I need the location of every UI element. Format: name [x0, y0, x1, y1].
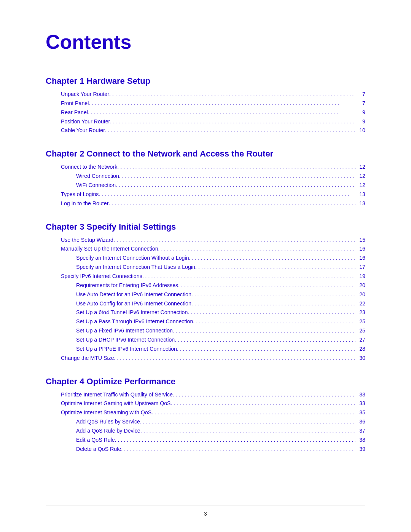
toc-entry-title: Prioritize Internet Traffic with Quality… — [61, 390, 173, 399]
toc-entry-row[interactable]: Front Panel . . . . . . . . . . . . . . … — [46, 99, 365, 108]
toc-entry-row[interactable]: Use Auto Config for an IPv6 Internet Con… — [46, 299, 365, 308]
toc-entry-row[interactable]: Set Up a PPPoE IPv6 Internet Connection … — [46, 345, 365, 354]
toc-entry-title: Edit a QoS Rule — [76, 436, 115, 445]
toc-entry-row[interactable]: Connect to the Network . . . . . . . . .… — [46, 163, 365, 172]
toc-entry-row[interactable]: Use Auto Detect for an IPv6 Internet Con… — [46, 290, 365, 299]
toc-entry-title: WiFi Connection — [76, 181, 116, 190]
toc-entry-title: Set Up a 6to4 Tunnel IPv6 Internet Conne… — [76, 308, 188, 317]
toc-entry-page: 23 — [355, 308, 365, 317]
toc-entry-dots: . . . . . . . . . . . . . . . . . . . . … — [158, 244, 355, 254]
toc-entry-page: 37 — [355, 427, 365, 436]
toc-entry-title: Optimize Internet Gaming with Upstream Q… — [61, 399, 171, 408]
toc-entry-dots: . . . . . . . . . . . . . . . . . . . . … — [108, 199, 355, 208]
toc-entry-page: 12 — [355, 181, 365, 190]
toc-entry-dots: . . . . . . . . . . . . . . . . . . . . … — [115, 436, 355, 445]
toc-entry-dots: . . . . . . . . . . . . . . . . . . . . … — [191, 299, 355, 308]
toc-entry-row[interactable]: WiFi Connection . . . . . . . . . . . . … — [46, 181, 365, 190]
toc-entry-title: Optimize Internet Streaming with QoS — [61, 408, 151, 417]
toc-entry-row[interactable]: Set Up a DHCP IPv6 Internet Connection .… — [46, 335, 365, 345]
toc-entry-row[interactable]: Specify an Internet Connection That Uses… — [46, 263, 365, 272]
footer-divider — [46, 505, 365, 505]
toc-entry-title: Specify IPv6 Internet Connections — [61, 272, 142, 281]
toc-entry-row[interactable]: Delete a QoS Rule . . . . . . . . . . . … — [46, 445, 365, 454]
chapter-entries-1: Unpack Your Router . . . . . . . . . . .… — [46, 90, 365, 135]
toc-entry-page: 33 — [355, 399, 365, 408]
toc-entry-row[interactable]: Rear Panel . . . . . . . . . . . . . . .… — [46, 108, 365, 117]
chapter-section-2: Chapter 2 Connect to the Network and Acc… — [46, 149, 365, 208]
toc-entry-row[interactable]: Log In to the Router . . . . . . . . . .… — [46, 199, 365, 208]
chapter-section-3: Chapter 3 Specify Initial SettingsUse th… — [46, 222, 365, 363]
toc-entry-row[interactable]: Change the MTU Size . . . . . . . . . . … — [46, 354, 365, 363]
toc-entry-page: 9 — [355, 117, 365, 126]
toc-entry-dots: . . . . . . . . . . . . . . . . . . . . … — [114, 354, 355, 363]
toc-entry-page: 25 — [355, 317, 365, 326]
page-container: Contents Chapter 1 Hardware SetupUnpack … — [0, 0, 411, 532]
toc-entry-row[interactable]: Use the Setup Wizard . . . . . . . . . .… — [46, 236, 365, 245]
toc-entry-row[interactable]: Unpack Your Router . . . . . . . . . . .… — [46, 90, 365, 99]
toc-entry-page: 15 — [355, 236, 365, 245]
toc-entry-dots: . . . . . . . . . . . . . . . . . . . . … — [88, 108, 355, 117]
toc-entry-title: Set Up a DHCP IPv6 Internet Connection — [76, 335, 175, 345]
toc-entry-page: 20 — [355, 281, 365, 290]
toc-entry-dots: . . . . . . . . . . . . . . . . . . . . … — [173, 326, 355, 335]
toc-entry-page: 16 — [355, 244, 365, 254]
toc-entry-page: 38 — [355, 436, 365, 445]
toc-entry-row[interactable]: Set Up a Pass Through IPv6 Internet Conn… — [46, 317, 365, 326]
toc-entry-title: Set Up a PPPoE IPv6 Internet Connection — [76, 345, 177, 354]
toc-entry-page: 33 — [355, 390, 365, 399]
toc-entry-row[interactable]: Cable Your Router . . . . . . . . . . . … — [46, 126, 365, 135]
toc-entry-row[interactable]: Manually Set Up the Internet Connection … — [46, 244, 365, 254]
toc-entry-dots: . . . . . . . . . . . . . . . . . . . . … — [173, 390, 355, 399]
toc-entry-title: Cable Your Router — [61, 126, 105, 135]
toc-entry-title: Change the MTU Size — [61, 354, 114, 363]
toc-entry-dots: . . . . . . . . . . . . . . . . . . . . … — [140, 417, 355, 427]
toc-entry-dots: . . . . . . . . . . . . . . . . . . . . … — [105, 126, 355, 135]
toc-entry-row[interactable]: Edit a QoS Rule . . . . . . . . . . . . … — [46, 436, 365, 445]
toc-entry-title: Add a QoS Rule by Device — [76, 427, 140, 436]
toc-entry-dots: . . . . . . . . . . . . . . . . . . . . … — [117, 163, 355, 172]
footer-page-number: 3 — [0, 511, 411, 517]
toc-entry-dots: . . . . . . . . . . . . . . . . . . . . … — [171, 399, 355, 408]
toc-entry-page: 30 — [355, 354, 365, 363]
toc-entry-page: 19 — [355, 272, 365, 281]
toc-entry-page: 39 — [355, 445, 365, 454]
toc-entry-page: 9 — [355, 108, 365, 117]
toc-entry-page: 7 — [355, 90, 365, 99]
toc-entry-row[interactable]: Set Up a 6to4 Tunnel IPv6 Internet Conne… — [46, 308, 365, 317]
toc-entry-row[interactable]: Optimize Internet Streaming with QoS . .… — [46, 408, 365, 417]
toc-entry-page: 36 — [355, 417, 365, 427]
toc-entry-row[interactable]: Specify IPv6 Internet Connections . . . … — [46, 272, 365, 281]
chapter-heading-4: Chapter 4 Optimize Performance — [46, 377, 365, 387]
toc-entry-row[interactable]: Add QoS Rules by Service . . . . . . . .… — [46, 417, 365, 427]
toc-entry-title: Wired Connection — [76, 172, 119, 181]
toc-entry-dots: . . . . . . . . . . . . . . . . . . . . … — [142, 272, 355, 281]
chapter-heading-1: Chapter 1 Hardware Setup — [46, 76, 365, 86]
toc-entry-dots: . . . . . . . . . . . . . . . . . . . . … — [193, 317, 355, 326]
toc-entry-dots: . . . . . . . . . . . . . . . . . . . . … — [109, 90, 355, 99]
toc-entry-row[interactable]: Add a QoS Rule by Device . . . . . . . .… — [46, 427, 365, 436]
toc-entry-row[interactable]: Requirements for Entering IPv6 Addresses… — [46, 281, 365, 290]
toc-entry-row[interactable]: Optimize Internet Gaming with Upstream Q… — [46, 399, 365, 408]
toc-entry-title: Position Your Router — [61, 117, 110, 126]
chapter-heading-3: Chapter 3 Specify Initial Settings — [46, 222, 365, 232]
page-title: Contents — [46, 30, 365, 53]
toc-entry-page: 10 — [355, 126, 365, 135]
toc-entry-row[interactable]: Specify an Internet Connection Without a… — [46, 254, 365, 263]
toc-entry-title: Delete a QoS Rule — [76, 445, 121, 454]
toc-entry-title: Set Up a Pass Through IPv6 Internet Conn… — [76, 317, 193, 326]
toc-entry-row[interactable]: Set Up a Fixed IPv6 Internet Connection … — [46, 326, 365, 335]
chapter-section-4: Chapter 4 Optimize PerformancePrioritize… — [46, 377, 365, 454]
chapter-entries-2: Connect to the Network . . . . . . . . .… — [46, 163, 365, 208]
toc-entry-row[interactable]: Prioritize Internet Traffic with Quality… — [46, 390, 365, 399]
toc-entry-dots: . . . . . . . . . . . . . . . . . . . . … — [175, 335, 355, 345]
toc-entry-title: Use Auto Config for an IPv6 Internet Con… — [76, 299, 191, 308]
toc-entry-row[interactable]: Position Your Router . . . . . . . . . .… — [46, 117, 365, 126]
toc-entry-dots: . . . . . . . . . . . . . . . . . . . . … — [189, 254, 355, 263]
toc-entry-page: 13 — [355, 199, 365, 208]
toc-entry-dots: . . . . . . . . . . . . . . . . . . . . … — [178, 281, 355, 290]
toc-entry-row[interactable]: Types of Logins . . . . . . . . . . . . … — [46, 190, 365, 199]
toc-entry-title: Specify an Internet Connection That Uses… — [76, 263, 195, 272]
toc-entry-title: Types of Logins — [61, 190, 99, 199]
toc-entry-title: Requirements for Entering IPv6 Addresses — [76, 281, 178, 290]
toc-entry-row[interactable]: Wired Connection . . . . . . . . . . . .… — [46, 172, 365, 181]
